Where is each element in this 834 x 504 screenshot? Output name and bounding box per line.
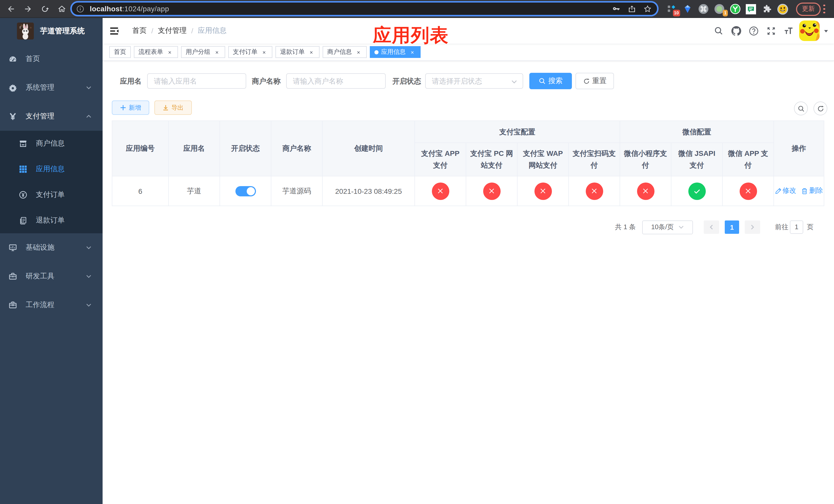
col-wechat-lite[interactable]: 微信小程序支付 — [620, 143, 671, 176]
col-status[interactable]: 开启状态 — [220, 121, 271, 176]
browser-home-button[interactable] — [54, 1, 69, 17]
tag-user-group[interactable]: 用户分组× — [181, 46, 225, 58]
profile-emoji-icon[interactable] — [777, 3, 788, 15]
browser-toolbar: localhost:1024/pay/app 10 — [0, 0, 834, 18]
page-size-select[interactable]: 10条/页 — [642, 220, 693, 234]
sidebar-item-home[interactable]: 首页 — [0, 45, 103, 73]
col-wechat-jsapi[interactable]: 微信 JSAPI 支付 — [671, 143, 722, 176]
col-alipay-qr[interactable]: 支付宝扫码支付 — [569, 143, 620, 176]
sidebar-item-payment[interactable]: 支付管理 — [0, 102, 103, 131]
col-alipay-wap[interactable]: 支付宝 WAP 网站支付 — [517, 143, 569, 176]
site-info-icon[interactable] — [76, 5, 84, 13]
share-icon[interactable] — [628, 5, 636, 13]
extensions-puzzle-icon[interactable] — [761, 3, 772, 15]
sidebar-item-refund-orders[interactable]: 退款订单 — [0, 208, 103, 233]
sidebar-item-merchant-info[interactable]: 商户信息 — [0, 131, 103, 156]
monitor-icon — [9, 244, 17, 252]
briefcase-icon — [9, 301, 17, 309]
add-button[interactable]: 新增 — [112, 100, 149, 115]
reset-button[interactable]: 重置 — [575, 73, 614, 89]
bookmark-star-icon[interactable] — [643, 4, 652, 13]
sidebar-submenu-payment: 商户信息 应用信息 支付订单 — [0, 131, 103, 233]
toolbox-icon — [9, 272, 17, 280]
col-wechat-app[interactable]: 微信 APP 支付 — [722, 143, 774, 176]
page-annotation: 应用列表 — [373, 23, 449, 48]
chevron-down-icon — [86, 245, 92, 251]
cell-alipay-wap — [517, 176, 569, 206]
col-group-wechat: 微信配置 — [620, 121, 774, 143]
sidebar-item-infrastructure[interactable]: 基础设施 — [0, 233, 103, 262]
github-icon[interactable] — [727, 18, 745, 44]
delete-link[interactable]: 删除 — [802, 186, 823, 196]
extension-command-icon[interactable] — [698, 3, 709, 15]
browser-reload-button[interactable] — [37, 1, 52, 17]
sidebar-item-pay-orders[interactable]: 支付订单 — [0, 182, 103, 208]
col-app-name[interactable]: 应用名 — [169, 121, 220, 176]
config-status-icon — [432, 182, 449, 200]
sidebar-item-app-info[interactable]: 应用信息 — [0, 156, 103, 182]
pagination: 共 1 条 10条/页 1 前往 1 页 — [103, 218, 824, 236]
address-bar[interactable]: localhost:1024/pay/app — [70, 1, 659, 17]
col-alipay-app[interactable]: 支付宝 APP 支付 — [415, 143, 466, 176]
browser-update-button[interactable]: 更新 — [796, 2, 821, 16]
config-status-icon — [637, 182, 654, 200]
close-icon[interactable]: × — [355, 48, 362, 55]
extension-chat-icon[interactable] — [745, 3, 756, 15]
extension-gem-icon[interactable] — [682, 3, 693, 15]
close-icon[interactable]: × — [308, 48, 315, 55]
tag-merchant-info[interactable]: 商户信息× — [323, 46, 367, 58]
edit-link[interactable]: 修改 — [775, 186, 796, 196]
sidebar-item-system[interactable]: 系统管理 — [0, 73, 103, 102]
tag-home[interactable]: 首页 — [109, 46, 131, 58]
avatar-pikachu — [799, 21, 820, 41]
main-area: 首页 / 支付管理 / 应用信息 应用列表 — [103, 18, 834, 504]
sidebar-item-workflow[interactable]: 工作流程 — [0, 291, 103, 319]
prev-page-button[interactable] — [704, 221, 719, 234]
tag-refund-order[interactable]: 退款订单× — [276, 46, 320, 58]
header-search-icon[interactable] — [710, 18, 727, 44]
col-group-alipay: 支付宝配置 — [415, 121, 620, 143]
merchant-name-input[interactable]: 请输入商户名称 — [286, 73, 386, 89]
tag-pay-order[interactable]: 支付订单× — [228, 46, 272, 58]
browser-back-button[interactable] — [3, 1, 19, 17]
status-select[interactable]: 请选择开启状态 — [425, 73, 523, 89]
extension-record-icon[interactable]: 1 — [714, 3, 725, 15]
help-icon[interactable] — [745, 18, 762, 44]
user-avatar[interactable] — [799, 21, 829, 41]
fullscreen-icon[interactable] — [762, 18, 780, 44]
sidebar-logo[interactable]: 芋道管理系统 — [0, 18, 103, 44]
breadcrumb-home[interactable]: 首页 — [132, 26, 147, 36]
extension-tasks-icon[interactable]: 10 — [666, 3, 677, 15]
extension-y-icon[interactable] — [729, 3, 741, 15]
sidebar-item-dev-tools[interactable]: 研发工具 — [0, 262, 103, 291]
next-page-button[interactable] — [745, 221, 760, 234]
export-button[interactable]: 导出 — [154, 100, 192, 115]
close-icon[interactable]: × — [213, 48, 221, 55]
gear-icon — [9, 84, 17, 92]
status-switch[interactable] — [235, 186, 256, 196]
goto-page-input[interactable]: 1 — [790, 221, 803, 234]
col-alipay-pc[interactable]: 支付宝 PC 网站支付 — [466, 143, 517, 176]
browser-menu-icon[interactable] — [822, 4, 826, 14]
pencil-icon — [775, 188, 782, 194]
search-button[interactable]: 搜索 — [529, 73, 572, 89]
browser-forward-button[interactable] — [20, 1, 36, 17]
font-size-icon[interactable] — [780, 18, 797, 44]
store-icon — [19, 139, 27, 148]
col-merchant[interactable]: 商户名称 — [271, 121, 322, 176]
refresh-table-button[interactable] — [813, 101, 827, 115]
col-created[interactable]: 创建时间 — [322, 121, 415, 176]
data-table: 应用编号 应用名 开启状态 商户名称 创建时间 支付宝配置 微信配置 操作 支付… — [112, 120, 824, 206]
password-key-icon[interactable] — [612, 4, 621, 13]
current-page-button[interactable]: 1 — [725, 221, 739, 234]
chevron-down-icon — [86, 302, 92, 308]
tag-process-form[interactable]: 流程表单× — [134, 46, 178, 58]
hamburger-icon[interactable] — [108, 25, 120, 37]
toggle-search-button[interactable] — [794, 101, 808, 115]
close-icon[interactable]: × — [166, 48, 173, 55]
col-app-id[interactable]: 应用编号 — [112, 121, 169, 176]
close-icon[interactable]: × — [261, 48, 268, 55]
close-icon[interactable]: × — [409, 48, 416, 55]
breadcrumb-payment[interactable]: 支付管理 — [158, 26, 187, 36]
app-name-input[interactable]: 请输入应用名 — [147, 73, 246, 89]
